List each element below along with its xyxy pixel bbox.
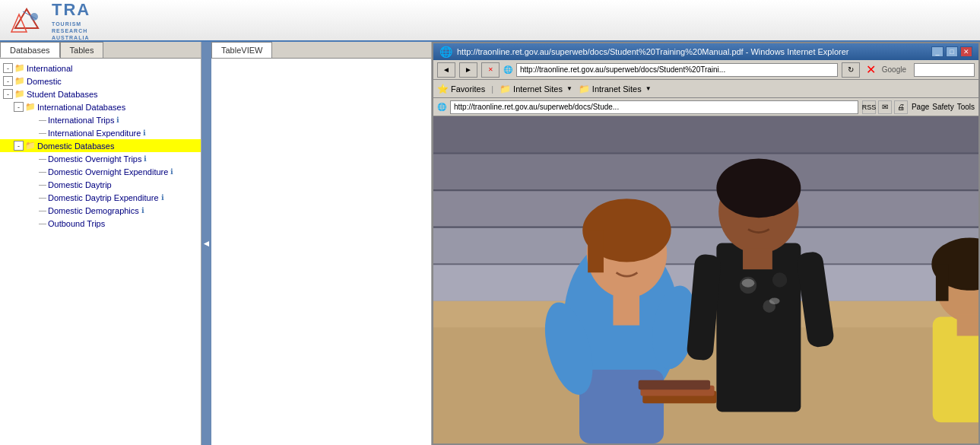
- info-icon-domestic-overnight-expenditure[interactable]: ℹ: [170, 167, 173, 176]
- ie-back-btn[interactable]: ◄: [437, 62, 455, 78]
- dash-icon-dom-de: —: [39, 193, 46, 202]
- tra-logo-icon: [8, 5, 46, 36]
- safety-label[interactable]: Safety: [932, 103, 953, 111]
- middle-panel: TableVIEW: [211, 42, 432, 445]
- dash-icon-dom-ot: —: [39, 154, 46, 163]
- ie-window: 🌐 http://traonline.ret.gov.au/superweb/d…: [432, 42, 980, 445]
- node-label-international-expenditure: International Expenditure: [48, 129, 141, 138]
- student-image: [433, 116, 978, 443]
- logo-area: TRA TOURISM RESEARCH AUSTRALIA: [8, 0, 90, 41]
- ie-title-label: http://traonline.ret.gov.au/superweb/doc…: [457, 47, 848, 56]
- folder-yellow-icon: 📁: [500, 84, 511, 94]
- tree-node-international-trips[interactable]: — International Trips ℹ: [0, 113, 201, 126]
- svg-rect-39: [936, 264, 949, 301]
- ie-forward-btn[interactable]: ►: [459, 62, 477, 78]
- tree-node-domestic-daytrip-expenditure[interactable]: — Domestic Daytrip Expenditure ℹ: [0, 191, 201, 204]
- logo-tra: TRA: [52, 0, 90, 21]
- node-label-domestic-overnight-expenditure: Domestic Overnight Expenditure: [48, 167, 168, 176]
- ie-stop-btn[interactable]: ✕: [481, 62, 500, 78]
- folder-icon-international: 📁: [14, 63, 25, 73]
- chevron-down-icon-internet: ▼: [566, 85, 572, 92]
- ie-stop-x-icon: ✕: [866, 62, 876, 77]
- ie-intranet-sites-btn[interactable]: 📁 Intranet Sites ▼: [579, 84, 652, 94]
- folder-icon-international-databases: 📁: [25, 102, 36, 112]
- tab-tableview[interactable]: TableVIEW: [211, 42, 272, 58]
- internet-sites-label: Internet Sites: [513, 84, 563, 94]
- ie-internet-sites-btn[interactable]: 📁 Internet Sites ▼: [500, 84, 572, 94]
- tab-databases[interactable]: Databases: [0, 42, 60, 58]
- expander-domestic-databases[interactable]: -: [14, 141, 24, 151]
- tree-node-outbound-trips[interactable]: — Outbound Trips: [0, 217, 201, 230]
- ie-close-btn[interactable]: ✕: [960, 46, 972, 57]
- ie-search-input[interactable]: [914, 63, 975, 77]
- tab-tables[interactable]: Tables: [60, 42, 104, 58]
- right-panel: 🌐 http://traonline.ret.gov.au/superweb/d…: [432, 42, 980, 445]
- node-label-international: International: [27, 64, 73, 73]
- ie-maximize-btn[interactable]: □: [946, 46, 958, 57]
- node-label-domestic: Domestic: [27, 77, 62, 86]
- info-icon-domestic-overnight-trips[interactable]: ℹ: [144, 154, 147, 163]
- ie-window-controls: _ □ ✕: [931, 46, 972, 57]
- header: TRA TOURISM RESEARCH AUSTRALIA: [0, 0, 980, 42]
- tree-node-domestic-overnight-trips[interactable]: — Domestic Overnight Trips ℹ: [0, 152, 201, 165]
- tree-node-international-expenditure[interactable]: — International Expenditure ℹ: [0, 126, 201, 139]
- svg-rect-22: [613, 294, 639, 326]
- ie-page-url-input[interactable]: [450, 100, 858, 114]
- tree-node-domestic[interactable]: - 📁 Domestic: [0, 75, 201, 87]
- svg-point-34: [742, 279, 755, 288]
- ie-title-text: 🌐 http://traonline.ret.gov.au/superweb/d…: [439, 46, 848, 58]
- info-icon-domestic-daytrip-expenditure[interactable]: ℹ: [161, 193, 164, 202]
- ie-favorites-btn[interactable]: ⭐ Favorites: [437, 84, 485, 94]
- ie-rss-btn[interactable]: RSS: [862, 100, 876, 114]
- tree-node-international[interactable]: - 📁 International: [0, 62, 201, 75]
- node-label-domestic-daytrip: Domestic Daytrip: [48, 180, 112, 189]
- folder-icon-domestic: 📁: [14, 76, 25, 86]
- svg-point-35: [769, 298, 780, 304]
- ie-toolbar-icons: RSS ✉ 🖨: [862, 100, 908, 114]
- tree-node-student-databases[interactable]: - 📁 Student Databases: [0, 87, 201, 100]
- node-label-student-databases: Student Databases: [27, 90, 98, 99]
- ie-minimize-btn[interactable]: _: [931, 46, 944, 57]
- ie-favorites-bar: ⭐ Favorites | 📁 Internet Sites ▼ 📁 Intra…: [433, 80, 978, 98]
- left-panel: Databases Tables - 📁 International - 📁 D…: [0, 42, 201, 445]
- svg-point-2: [30, 13, 38, 21]
- ie-refresh-btn[interactable]: ↻: [842, 62, 860, 78]
- ie-content-area: [433, 116, 978, 443]
- info-icon-domestic-demographics[interactable]: ℹ: [141, 206, 144, 215]
- favorites-label: Favorites: [451, 84, 485, 94]
- expander-student-databases[interactable]: -: [3, 89, 13, 99]
- ie-second-toolbar: 🌐 RSS ✉ 🖨 Page Safety Tools: [433, 98, 978, 116]
- tree-node-domestic-overnight-expenditure[interactable]: — Domestic Overnight Expenditure ℹ: [0, 165, 201, 178]
- expander-domestic[interactable]: -: [3, 76, 13, 86]
- panel-collapse-btn[interactable]: ◄: [201, 42, 211, 445]
- svg-rect-28: [743, 248, 772, 269]
- tree-node-domestic-daytrip[interactable]: — Domestic Daytrip: [0, 178, 201, 191]
- tools-label[interactable]: Tools: [957, 103, 975, 111]
- expander-international[interactable]: -: [3, 63, 13, 73]
- node-label-domestic-databases: Domestic Databases: [37, 141, 115, 151]
- tree-area: - 📁 International - 📁 Domestic - 📁 Stude…: [0, 59, 201, 445]
- ie-print-btn[interactable]: 🖨: [894, 100, 908, 114]
- node-label-domestic-overnight-trips: Domestic Overnight Trips: [48, 154, 141, 164]
- folder-icon-domestic-databases: 📁: [25, 141, 36, 151]
- tree-node-domestic-demographics[interactable]: — Domestic Demographics ℹ: [0, 204, 201, 217]
- svg-rect-6: [433, 116, 978, 154]
- dash-icon-intl-exp: —: [39, 129, 46, 137]
- search-label: Google: [882, 65, 906, 74]
- dash-icon-intl-trips: —: [39, 116, 46, 124]
- ie-address-input[interactable]: [516, 63, 838, 77]
- ie-address-bar: ◄ ► ✕ 🌐 ↻ ✕ Google: [433, 60, 978, 80]
- node-label-outbound-trips: Outbound Trips: [48, 219, 105, 228]
- info-icon-international-trips[interactable]: ℹ: [116, 116, 119, 124]
- tree-node-domestic-databases[interactable]: - 📁 Domestic Databases: [0, 139, 201, 152]
- tree-node-international-databases[interactable]: - 📁 International Databases: [0, 100, 201, 113]
- dash-icon-dom-oe: —: [39, 167, 46, 176]
- svg-rect-21: [588, 230, 604, 272]
- expander-international-databases[interactable]: -: [14, 102, 24, 112]
- info-icon-international-expenditure[interactable]: ℹ: [143, 129, 146, 137]
- chevron-left-icon: ◄: [202, 238, 211, 249]
- node-label-domestic-daytrip-expenditure: Domestic Daytrip Expenditure: [48, 193, 159, 202]
- address-label: 🌐: [503, 65, 512, 74]
- ie-mail-btn[interactable]: ✉: [878, 100, 892, 114]
- page-label[interactable]: Page: [912, 103, 929, 111]
